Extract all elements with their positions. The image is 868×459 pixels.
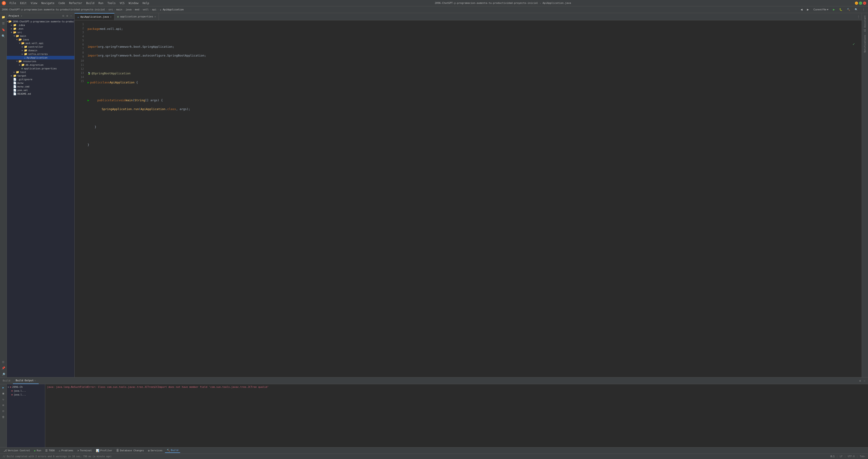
toolbar-services[interactable]: ⚙ Services [146,449,164,453]
bottom-minimize-icon[interactable]: — [863,379,866,383]
tab-build-output[interactable]: Build Output ✕ [13,378,39,384]
breadcrumb-voll[interactable]: voll [143,8,149,11]
status-encoding[interactable]: UTF-8 [847,455,856,458]
tab-close-apiapplication[interactable]: ✕ [110,15,112,18]
tab-more-button[interactable]: ⋮ [855,15,862,18]
code-content[interactable]: package med.voll.api; import org.springf… [85,20,862,377]
maximize-button[interactable]: □ [859,2,862,5]
tree-target[interactable]: ▶ 📁 target [7,74,74,77]
breadcrumb-file[interactable]: ☕ ApiApplication [160,8,184,11]
tree-infraerrores[interactable]: ▶ 📁 infra.errores [7,52,74,56]
find-icon[interactable]: 🔍 [0,33,6,39]
search-button[interactable]: 🔍 [853,8,859,11]
tree-mvnw[interactable]: ▶ 📄 mvnw [7,81,74,85]
tab-appprops[interactable]: ⚙ application.properties ✕ [115,13,159,20]
breadcrumb-src[interactable]: src [108,8,113,11]
tree-root[interactable]: ▼ 📂 2096-ChatGPT-y-programacion-aumenta-… [7,20,74,23]
build-tree-error-1[interactable]: ⊗ java.l... [7,389,45,393]
tree-test[interactable]: ▶ 📁 test [7,70,74,74]
bookmark-icon[interactable]: 🔖 [0,27,6,33]
breadcrumb-api[interactable]: api [152,8,156,11]
tree-pomxml[interactable]: ▶ 📄 pom.xml [7,88,74,92]
tab-close-appprops[interactable]: ✕ [154,15,156,18]
toolbar-run[interactable]: ▶ Run [32,449,43,453]
status-position[interactable]: 8:1 [830,455,835,458]
run-button[interactable]: ▶ [832,8,836,11]
breadcrumb-med[interactable]: med [135,8,139,11]
menu-vcs[interactable]: VCS [118,1,126,5]
project-icon[interactable]: 📁 [0,14,6,20]
bottom-rerun-icon[interactable]: ↻ [1,397,6,402]
settings-icon[interactable]: ⚙ [66,14,69,18]
breadcrumb-main[interactable]: main [116,8,122,11]
build-button-toolbar[interactable]: 🔨 [846,8,851,11]
status-lf[interactable]: LF [839,455,843,458]
tree-appprops[interactable]: ▶ ⚙ application.properties [7,67,74,70]
bottom-clear-icon[interactable]: 🗑 [1,415,6,420]
toolbar-build[interactable]: 🔨 Build [165,448,180,453]
close-button[interactable]: ✕ [863,2,866,5]
menu-help[interactable]: Help [141,1,151,5]
tab-prop-icon: ⚙ [117,15,119,18]
tree-apiapplication[interactable]: ▶ ☕ ApiApplication [7,56,74,59]
back-button[interactable]: ◀ [799,8,804,11]
bottom-settings-icon[interactable]: ⚙ [859,379,862,383]
menu-file[interactable]: File [8,1,18,5]
menu-navigate[interactable]: Navigate [39,1,56,5]
menu-code[interactable]: Code [57,1,67,5]
build-tree-error-2[interactable]: ⊗ java.l... [7,393,45,397]
tree-domain[interactable]: ▶ 📁 domain [7,48,74,52]
build-tree-root[interactable]: ▼ ⊗ 2096-Ch [7,385,45,389]
menu-tools[interactable]: Tools [105,1,117,5]
tree-mvnwcmd[interactable]: ▶ 📄 mvnw.cmd [7,85,74,88]
tree-gitignore[interactable]: ▶ 📄 .gitignore [7,77,74,81]
tree-mvn[interactable]: ▶ 📁 .mvn [7,27,74,31]
code-editor[interactable]: 1 2 3 4 5 6 7 8 9 10 11 12 13 14 15 pack… [74,20,862,377]
tree-medvollapi[interactable]: ▼ 📂 med.voll.api [7,41,74,45]
tree-java[interactable]: ▼ 📂 java [7,38,74,41]
status-indent[interactable]: Tab↑ [859,455,866,458]
toolbar-problems[interactable]: ⚠ Problems [57,449,75,453]
tree-main[interactable]: ▼ 📂 main [7,34,74,38]
tree-dbmigration[interactable]: ▶ 📁 db.migration [7,63,74,67]
project-dropdown-arrow[interactable]: ▾ [21,15,22,17]
breadcrumb-project[interactable]: 2096-ChatGPT-y-programacion-aumenta-tu-p… [2,8,105,11]
magnify-icon[interactable]: 🔎 [0,371,6,377]
tab-build-output-close[interactable]: ✕ [35,379,36,382]
current-file-dropdown[interactable]: Current File ▾ [812,8,830,11]
menu-build[interactable]: Build [84,1,96,5]
ai-assistant-tab[interactable]: AI Assistant [863,14,867,33]
notifications-tab[interactable]: Notifications [863,33,867,54]
menu-view[interactable]: View [29,1,39,5]
bottom-filter-icon[interactable]: ⊞ [1,403,6,408]
more-actions-button[interactable]: ⋮ [861,8,866,11]
menu-run[interactable]: Run [97,1,105,5]
minimize-button[interactable]: — [855,2,858,5]
toolbar-profiler[interactable]: 📊 Profiler [94,449,114,453]
tree-controller[interactable]: ▶ 📁 controller [7,45,74,48]
bottom-expand-icon[interactable]: ⊡ [1,408,6,414]
collapse-all-button[interactable]: ⊟ [62,14,65,18]
menu-window[interactable]: Window [127,1,140,5]
structure-icon[interactable]: ☰ [0,20,6,26]
tree-readme[interactable]: ▶ 📄 README.md [7,92,74,96]
debug-button[interactable]: 🐛 [838,8,844,11]
toolbar-db-changes[interactable]: 🗄 Database Changes [115,449,146,453]
minimize-panel-button[interactable]: — [70,14,72,18]
toolbar-version-control[interactable]: ⎇ Version Control [2,449,32,453]
tree-resources[interactable]: ▼ 📂 resources [7,59,74,63]
forward-button[interactable]: ▶ [806,8,810,11]
tree-idea[interactable]: ▶ 📁 .idea [7,23,74,27]
bottom-stop-icon[interactable]: ■ [1,391,6,396]
toolbar-terminal[interactable]: > Terminal [75,449,94,453]
bottom-run-icon[interactable]: ▶ [1,385,6,390]
menu-edit[interactable]: Edit [18,1,29,5]
tab-apiapplication[interactable]: ☕ ApiApplication.java ✕ [74,13,115,20]
menu-refactor[interactable]: Refactor [67,1,84,5]
toolbar-todo[interactable]: ☰ TODO [43,449,57,453]
tab-build[interactable]: Build [0,378,13,384]
breadcrumb-java[interactable]: java [126,8,132,11]
tree-src[interactable]: ▼ 📂 src [7,31,74,34]
structure-bottom-icon[interactable]: ◫ [0,359,6,364]
pin-icon[interactable]: 📌 [0,365,6,371]
